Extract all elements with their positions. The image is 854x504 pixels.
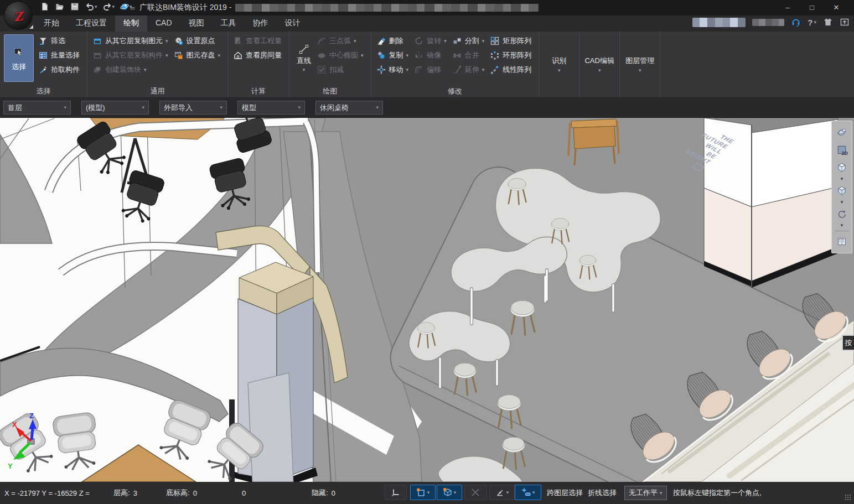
help-button[interactable]: ?▾ xyxy=(808,18,816,27)
tab-绘制[interactable]: 绘制 xyxy=(115,15,147,32)
field-label: 隐藏: xyxy=(312,488,328,498)
close-button[interactable]: ✕ xyxy=(824,0,848,15)
view-rotate-button[interactable] xyxy=(834,206,850,222)
category-select[interactable]: 模型▾ xyxy=(237,101,305,115)
polyline-select-button[interactable]: 折线选择 xyxy=(588,486,617,500)
view-iso-button[interactable] xyxy=(834,159,850,176)
pick-component-button[interactable]: 拾取构件 xyxy=(37,63,81,76)
viewport-3d[interactable]: X Z Y xyxy=(0,118,854,482)
logo-z-glyph: z xyxy=(12,7,24,25)
workplane-select[interactable]: 无工作平▾ xyxy=(624,486,667,500)
mirror-label: 镜像 xyxy=(427,50,441,60)
line-icon xyxy=(299,44,309,54)
copy-element-from-layer-button[interactable]: 从其它层复制图元▾ xyxy=(91,34,170,48)
view-sheet-button[interactable] xyxy=(834,233,850,250)
save-element-button[interactable]: 图元存盘▾ xyxy=(172,49,222,62)
view-front-button[interactable] xyxy=(834,183,850,199)
component-select[interactable]: 休闲桌椅▾ xyxy=(315,101,383,115)
batch-select-icon xyxy=(38,51,48,60)
dropdown-caret: ▾ xyxy=(112,4,115,9)
save-element-icon xyxy=(174,51,184,60)
dropdown-caret: ▾ xyxy=(598,68,601,73)
object-snap-toggle[interactable]: ▾ xyxy=(437,485,462,500)
redacted-title-text xyxy=(235,4,539,12)
ortho-toggle[interactable] xyxy=(385,485,407,500)
app-logo[interactable]: z xyxy=(4,2,32,29)
filter-button[interactable]: 筛选 xyxy=(37,34,81,48)
cad-edit-button[interactable]: CAD编辑▾ xyxy=(579,32,620,97)
ribbon-group-general: 从其它层复制图元▾从其它层复制构件▾创建装饰块▾设置原点图元存盘▾通用 xyxy=(87,32,228,97)
dropdown-caret: ▾ xyxy=(218,53,221,58)
tab-开始[interactable]: 开始 xyxy=(35,15,68,32)
group-label-modify: 修改 xyxy=(371,86,539,96)
quick-access-toolbar: ▾▾▾ xyxy=(39,2,133,12)
coord-input-toggle[interactable]: ▾ xyxy=(515,485,541,500)
window-title: ≂ 广联达BIM装饰设计 2019 - xyxy=(130,0,539,15)
dropdown-caret: ▾ xyxy=(660,491,663,496)
set-origin-button[interactable]: 设置原点 xyxy=(172,34,222,48)
redo-button[interactable]: ▾ xyxy=(101,2,116,12)
select-button[interactable]: 选择 xyxy=(4,34,34,82)
tab-工程设置[interactable]: 工程设置 xyxy=(68,15,115,32)
rect-array-button[interactable]: 矩形阵列 xyxy=(488,34,533,48)
center-ellipse-button: 中心椭圆▾ xyxy=(315,49,365,62)
new-file-button[interactable] xyxy=(39,2,51,12)
rect-snap-toggle[interactable]: ▾ xyxy=(410,485,436,500)
v-sheet-icon xyxy=(837,234,847,250)
copy-from-layer2-icon xyxy=(92,51,102,60)
recognize-button[interactable]: 识别▾ xyxy=(539,32,579,97)
workspace-panel-button[interactable] xyxy=(840,17,850,27)
pick-component-label: 拾取构件 xyxy=(51,65,80,75)
tab-设计[interactable]: 设计 xyxy=(277,15,309,32)
cross-layer-select-button[interactable]: 跨图层选择 xyxy=(547,486,583,500)
open-file-button[interactable] xyxy=(54,2,66,12)
view-2d-button[interactable]: 2D xyxy=(834,142,850,158)
split-button[interactable]: 分割▾ xyxy=(451,34,486,48)
source-select[interactable]: 外部导入▾ xyxy=(159,101,227,115)
delete-button[interactable]: 删除 xyxy=(375,34,411,48)
line-button[interactable]: 直线▾ xyxy=(293,34,315,82)
copy-button[interactable]: 复制▾ xyxy=(375,49,411,62)
select-cursor-icon xyxy=(14,45,24,59)
ring-array-button[interactable]: 环形阵列 xyxy=(488,49,533,62)
dropdown-caret: ▾ xyxy=(427,490,430,495)
view-room-quantities-button[interactable]: 查看房间量 xyxy=(231,49,283,62)
ribbon-group-select: 选择筛选批量选择拾取构件选择 xyxy=(0,32,87,97)
coordinates-readout: X = -21797 Y = -16529 Z = xyxy=(4,482,90,504)
filter-label: 筛选 xyxy=(51,36,65,46)
tab-协作[interactable]: 协作 xyxy=(245,15,277,32)
angle-toggle[interactable]: ▾ xyxy=(489,485,515,500)
dropdown-caret[interactable]: ▾ xyxy=(841,223,843,227)
merge-icon xyxy=(452,51,462,60)
tab-工具[interactable]: 工具 xyxy=(213,15,245,32)
ring-array-label: 环形阵列 xyxy=(503,50,531,60)
toolbar-separator xyxy=(835,231,849,231)
ribbon-column: 查看工程量查看房间量 xyxy=(231,34,283,87)
minimize-button[interactable]: – xyxy=(775,0,800,15)
tab-CAD[interactable]: CAD xyxy=(147,15,180,32)
extend-label: 延伸 xyxy=(465,65,479,75)
cross-layer-select-label: 跨图层选择 xyxy=(547,488,583,498)
rect-array-label: 矩形阵列 xyxy=(503,36,531,46)
save-element-label: 图元存盘 xyxy=(187,50,215,60)
dropdown-caret[interactable]: ▾ xyxy=(841,200,843,204)
move-button[interactable]: 移动▾ xyxy=(375,63,411,76)
undo-button[interactable]: ▾ xyxy=(84,2,99,12)
window-controls: –□✕ xyxy=(775,0,848,15)
layer-manage-button[interactable]: 图层管理▾ xyxy=(620,32,660,97)
orbit-tool-button[interactable] xyxy=(834,124,850,141)
field-label: 底标高: xyxy=(166,488,190,498)
dropdown-caret: ▾ xyxy=(354,39,356,44)
dropdown-caret[interactable]: ▾ xyxy=(841,176,843,181)
center-ellipse-label: 中心椭圆 xyxy=(329,50,358,60)
model-filter-select[interactable]: (模型)▾ xyxy=(81,101,149,115)
support-button[interactable] xyxy=(791,17,801,27)
save-file-button[interactable] xyxy=(69,2,81,12)
batch-select-button[interactable]: 批量选择 xyxy=(37,49,81,62)
floor-select[interactable]: 首层▾ xyxy=(3,101,71,115)
theme-button[interactable] xyxy=(823,17,833,27)
tab-视图[interactable]: 视图 xyxy=(180,15,213,32)
resize-grip[interactable] xyxy=(845,494,851,501)
maximize-button[interactable]: □ xyxy=(800,0,824,15)
linear-array-button[interactable]: 线性阵列 xyxy=(488,63,533,76)
